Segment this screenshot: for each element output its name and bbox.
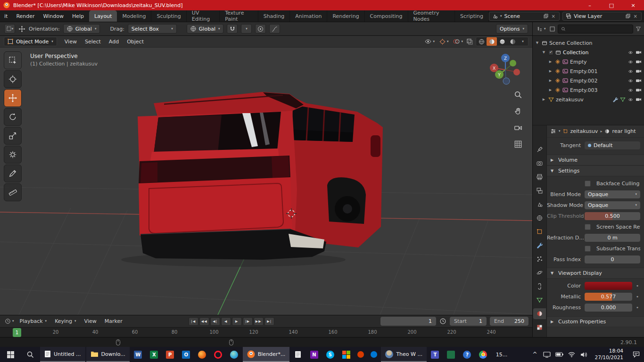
tab-material[interactable] (533, 308, 546, 319)
taskbar-search-button[interactable] (21, 347, 40, 362)
scale-tool[interactable] (4, 127, 22, 145)
taskbar-window-untitled[interactable]: Untitled ... (40, 347, 85, 362)
tab-modifiers[interactable] (533, 240, 546, 251)
outliner-row-empty-001[interactable]: ▶ Empty.001 (533, 66, 644, 76)
outliner-row-empty-003[interactable]: ▶ Empty.003 (533, 85, 644, 95)
taskbar-window-theo[interactable]: Theo W ... (381, 347, 427, 362)
tab-modeling[interactable]: Modeling (117, 10, 151, 22)
jump-to-start-button[interactable]: |◀ (189, 317, 198, 326)
display-tray-icon[interactable] (541, 347, 553, 362)
outliner-row-empty-002[interactable]: ▶ Empty.002 (533, 76, 644, 85)
help-icon[interactable]: ? (459, 347, 475, 362)
pan-button[interactable] (512, 105, 524, 117)
menu-edit-partial[interactable]: it (0, 10, 12, 22)
drag-dropdown[interactable]: Select Box ▾ (128, 24, 177, 33)
xray-toggle-icon[interactable] (467, 39, 473, 45)
options-dropdown[interactable]: Options ▾ (496, 24, 528, 33)
hide-eye-icon[interactable] (627, 60, 634, 64)
proportional-falloff-dropdown[interactable] (269, 24, 280, 33)
move-tool[interactable] (4, 89, 22, 107)
keying-menu[interactable]: Keying▾ (51, 318, 79, 324)
play-button[interactable]: ▶ (232, 317, 242, 326)
select-box-tool[interactable] (4, 51, 22, 69)
disable-render-camera-icon[interactable] (636, 50, 642, 55)
tab-uv-editing[interactable]: UV Editing (187, 10, 220, 22)
mode-selector[interactable]: Object Mode ▾ (4, 37, 57, 46)
tab-texture[interactable] (533, 322, 546, 333)
scene-selector[interactable]: ▾ Scene × (489, 12, 560, 21)
viewport-menu-object[interactable]: Object (123, 39, 148, 45)
unlink-scene-icon[interactable]: × (551, 14, 556, 19)
playback-menu[interactable]: Playback▾ (17, 318, 50, 324)
zoom-button[interactable] (512, 89, 524, 101)
use-preview-range-icon[interactable] (439, 318, 446, 325)
taskbar-window-downloads[interactable]: Downlo... (86, 347, 130, 362)
gizmo-y-neg[interactable] (510, 60, 516, 66)
hide-eye-icon[interactable] (627, 98, 634, 102)
outlook-icon[interactable]: O (178, 347, 194, 362)
outliner-row-empty[interactable]: ▶ Empty (533, 57, 644, 66)
gizmos-dropdown[interactable]: ▾ (438, 39, 450, 45)
rotate-tool[interactable] (4, 108, 22, 126)
snap-to-dropdown[interactable]: Global ▾ (187, 24, 224, 33)
outliner-row-zeitakusuv[interactable]: ▶ zeitakusuv (533, 95, 644, 104)
cursor-tool[interactable] (4, 70, 22, 88)
measure-tool[interactable] (4, 183, 22, 201)
orientation-dropdown[interactable]: Global ▾ (63, 24, 100, 33)
tab-animation[interactable]: Animation (290, 10, 327, 22)
excel-icon[interactable]: X (146, 347, 162, 362)
hide-eye-icon[interactable] (627, 88, 634, 92)
tab-physics[interactable] (533, 267, 546, 278)
navigation-gizmo[interactable]: Z X Y (487, 52, 523, 88)
settings-panel-header[interactable]: ▼ Settings (547, 165, 644, 176)
viewport-display-panel-header[interactable]: ▼ Viewport Display (547, 268, 644, 279)
prev-keyframe-button[interactable]: ◀◀ (199, 317, 209, 326)
taskbar-clock[interactable]: 18:04 27/10/2021 (590, 347, 628, 362)
shadow-mode-dropdown[interactable]: Opaque ▾ (585, 201, 640, 209)
play-reverse-button[interactable]: ◀ (221, 317, 231, 326)
hide-eye-icon[interactable] (627, 50, 634, 55)
menu-render[interactable]: Render (12, 10, 39, 22)
tab-sculpting[interactable]: Sculpting (151, 10, 186, 22)
disable-render-camera-icon[interactable] (636, 97, 642, 102)
timeline-ruler[interactable]: 20 40 60 80 100 120 140 160 180 200 220 … (0, 327, 532, 337)
properties-editor-icon[interactable] (550, 128, 556, 134)
tab-output[interactable] (533, 172, 546, 182)
pass-index-field[interactable]: 0 (585, 255, 640, 263)
end-frame-field[interactable]: End 250 (490, 317, 528, 326)
tab-layout[interactable]: Layout (89, 10, 117, 22)
viewport-menu-add[interactable]: Add (105, 39, 123, 45)
tab-constraints[interactable] (533, 281, 546, 292)
gizmo-z-neg[interactable] (503, 78, 510, 84)
shading-material-button[interactable] (497, 37, 507, 46)
orthographic-toggle-button[interactable] (512, 138, 524, 150)
start-button[interactable] (0, 347, 21, 362)
viewport-menu-view[interactable]: View (61, 39, 81, 45)
breadcrumb-material[interactable]: rear light (612, 128, 636, 134)
maximize-button[interactable]: □ (601, 0, 622, 10)
shading-rendered-button[interactable] (507, 37, 518, 46)
excel-green-icon[interactable] (443, 347, 459, 362)
volume-tray-icon[interactable] (578, 347, 590, 362)
jump-to-end-button[interactable]: ▶| (264, 317, 274, 326)
tab-compositing[interactable]: Compositing (365, 10, 408, 22)
onenote-icon[interactable]: N (306, 347, 322, 362)
viewport-menu-select[interactable]: Select (81, 39, 105, 45)
subsurface-translucency-checkbox[interactable] (585, 246, 591, 252)
next-frame-button[interactable]: |▶ (243, 317, 253, 326)
current-frame-field[interactable]: 1 (380, 317, 436, 326)
menu-window[interactable]: Window (39, 10, 68, 22)
snap-toggle-button[interactable] (227, 24, 238, 33)
blue-app-icon[interactable] (367, 347, 380, 362)
action-center-button[interactable] (628, 347, 644, 362)
new-scene-icon[interactable] (544, 14, 548, 18)
tab-geometry-nodes[interactable]: Geometry Nodes (408, 10, 455, 22)
shading-wireframe-button[interactable] (476, 37, 487, 46)
disable-render-camera-icon[interactable] (636, 78, 642, 83)
timeline-editor-type-dropdown[interactable]: ▾ (4, 318, 15, 324)
teams-icon[interactable]: T (427, 347, 443, 362)
tab-shading[interactable]: Shading (258, 10, 290, 22)
breadcrumb-object[interactable]: zeitakusuv (570, 128, 598, 134)
transform-tool[interactable] (4, 146, 22, 164)
custom-properties-panel-header[interactable]: ▶ Custom Properties (547, 316, 644, 327)
